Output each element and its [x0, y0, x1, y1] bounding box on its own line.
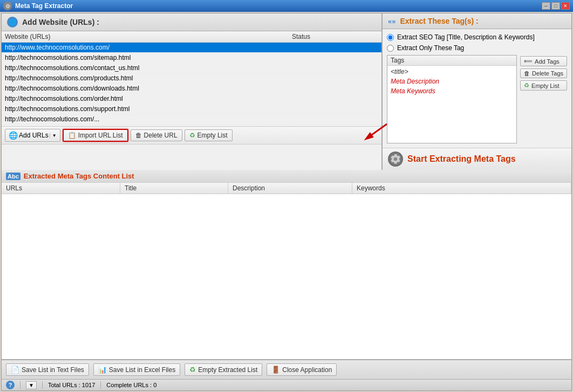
globe-small-icon: 🌐 — [9, 131, 18, 140]
main-window: 🌐 Add Website (URLs) : Website (URLs) St… — [1, 13, 572, 391]
title-bar: ⚙ Meta Tag Extractor ─ □ ✕ — [0, 0, 573, 12]
url-panel-title: Add Website (URLs) : — [22, 18, 99, 26]
status-dropdown[interactable]: ▼ — [26, 381, 37, 389]
add-tag-icon: ⟸ — [524, 58, 533, 65]
save-excel-icon: 📊 — [98, 366, 107, 374]
empty-tag-icon: ♻ — [524, 82, 529, 89]
top-panels: 🌐 Add Website (URLs) : Website (URLs) St… — [2, 13, 571, 170]
url-panel-header: 🌐 Add Website (URLs) : — [2, 13, 381, 31]
description-column-header: Description — [228, 183, 352, 194]
start-btn-container[interactable]: Start Extracting Meta Tags — [383, 148, 571, 170]
tags-list: <title> Meta Description Meta Keywords — [387, 66, 516, 97]
status-divider2 — [42, 381, 43, 389]
save-excel-button[interactable]: 📊 Save List in Excel Files — [93, 363, 180, 376]
status-divider3 — [100, 381, 101, 389]
extract-content: Extract SEO Tag [Title, Description & Ke… — [383, 29, 571, 148]
add-tags-button[interactable]: ⟸ Add Tags — [520, 56, 567, 66]
import-url-button[interactable]: 📋 Import URL List — [63, 129, 128, 142]
keywords-column-header: Keywords — [352, 183, 571, 194]
dropdown-arrow-icon: ▼ — [50, 133, 57, 138]
delete-tag-icon: 🗑 — [524, 70, 530, 77]
list-item[interactable]: http://technocomsolutions.com/products.h… — [2, 73, 381, 84]
radio-seo: Extract SEO Tag [Title, Description & Ke… — [387, 33, 567, 41]
empty-list-button[interactable]: ♻ Empty List — [185, 129, 233, 141]
app-icon: ⚙ — [3, 2, 12, 10]
bottom-section: Abc Extracted Meta Tags Content List URL… — [2, 170, 571, 359]
list-item[interactable]: http://technocomsolutions.com/order.html — [2, 94, 381, 104]
list-item[interactable]: http://www.technocomsolutions.com/ — [2, 43, 381, 53]
delete-url-button[interactable]: 🗑 Delete URL — [131, 129, 182, 141]
status-bar: ? ▼ Total URLs : 1017 Complete URLs : 0 — [2, 379, 571, 390]
radio-seo-input[interactable] — [387, 34, 394, 41]
status-column-header: Status — [292, 33, 378, 40]
list-item[interactable]: http://technocomsolutions.com/downloads.… — [2, 84, 381, 94]
globe-icon: 🌐 — [7, 17, 18, 27]
complete-urls-label: Complete URLs : 0 — [106, 382, 156, 388]
results-header: URLs Title Description Keywords — [2, 183, 571, 194]
list-item[interactable]: http://technocomsolutions.com/sitemap.ht… — [2, 53, 381, 63]
maximize-button[interactable]: □ — [551, 2, 560, 10]
url-column-header: Website (URLs) — [5, 33, 292, 40]
tags-list-container: Tags <title> Meta Description Meta Keywo… — [387, 55, 517, 143]
list-item[interactable]: Meta Keywords — [388, 86, 515, 96]
add-urls-button[interactable]: 🌐 Add URLs ▼ — [5, 129, 60, 142]
extracted-header: Abc Extracted Meta Tags Content List — [2, 170, 571, 183]
empty-tags-button[interactable]: ♻ Empty List — [520, 80, 567, 91]
url-panel: 🌐 Add Website (URLs) : Website (URLs) St… — [2, 13, 383, 170]
close-app-button[interactable]: 🚪 Close Application — [267, 363, 337, 376]
status-divider — [20, 381, 21, 389]
extracted-title: Extracted Meta Tags Content List — [24, 172, 134, 180]
window-controls: ─ □ ✕ — [542, 2, 570, 10]
results-container: URLs Title Description Keywords — [2, 183, 571, 359]
minimize-button[interactable]: ─ — [542, 2, 550, 10]
list-item[interactable]: <title> — [388, 67, 515, 77]
title-column-header: Title — [120, 183, 228, 194]
extract-panel-header: «» Extract These Tag(s) : — [383, 13, 571, 29]
tags-buttons: ⟸ Add Tags 🗑 Delete Tags ♻ Empty List — [520, 55, 567, 143]
start-extracting-label[interactable]: Start Extracting Meta Tags — [407, 154, 516, 164]
list-item[interactable]: http://technocomsolutions.com/contact_us… — [2, 63, 381, 73]
abc-icon: Abc — [6, 173, 21, 180]
empty-extracted-icon: ♻ — [189, 366, 196, 374]
close-app-icon: 🚪 — [271, 366, 280, 374]
double-arrow-icon: «» — [388, 17, 395, 25]
empty-icon: ♻ — [189, 132, 195, 139]
save-text-button[interactable]: 📄 Save List in Text Files — [6, 363, 89, 376]
url-list-header: Website (URLs) Status — [2, 31, 381, 43]
empty-extracted-button[interactable]: ♻ Empty Extracted List — [185, 363, 262, 376]
extract-panel: «» Extract These Tag(s) : Extract SEO Ta… — [383, 13, 571, 170]
import-icon: 📋 — [68, 132, 76, 139]
footer-toolbar: 📄 Save List in Text Files 📊 Save List in… — [2, 359, 571, 379]
list-item[interactable]: Meta Description — [388, 77, 515, 86]
results-body[interactable] — [2, 194, 571, 359]
close-button[interactable]: ✕ — [561, 2, 570, 10]
delete-icon: 🗑 — [135, 132, 142, 139]
list-item[interactable]: http://technocomsolutions.com/... — [2, 114, 381, 125]
delete-tags-button[interactable]: 🗑 Delete Tags — [520, 68, 567, 78]
list-item[interactable]: http://technocomsolutions.com/support.ht… — [2, 104, 381, 114]
url-list[interactable]: http://www.technocomsolutions.com/ http:… — [2, 43, 381, 126]
radio-custom: Extract Only These Tag — [387, 44, 567, 52]
gear-icon — [388, 152, 403, 167]
tags-list-header: Tags — [387, 56, 516, 66]
save-text-icon: 📄 — [11, 366, 19, 374]
url-toolbar: 🌐 Add URLs ▼ 📋 Import URL List 🗑 Delete … — [2, 126, 381, 145]
radio-custom-input[interactable] — [387, 45, 394, 52]
tags-section: Tags <title> Meta Description Meta Keywo… — [387, 55, 567, 143]
urls-column-header: URLs — [2, 183, 120, 194]
extract-panel-title: Extract These Tag(s) : — [400, 17, 478, 25]
help-button[interactable]: ? — [6, 381, 15, 389]
title-bar-text: Meta Tag Extractor — [15, 2, 542, 10]
total-urls-label: Total URLs : 1017 — [48, 382, 95, 388]
